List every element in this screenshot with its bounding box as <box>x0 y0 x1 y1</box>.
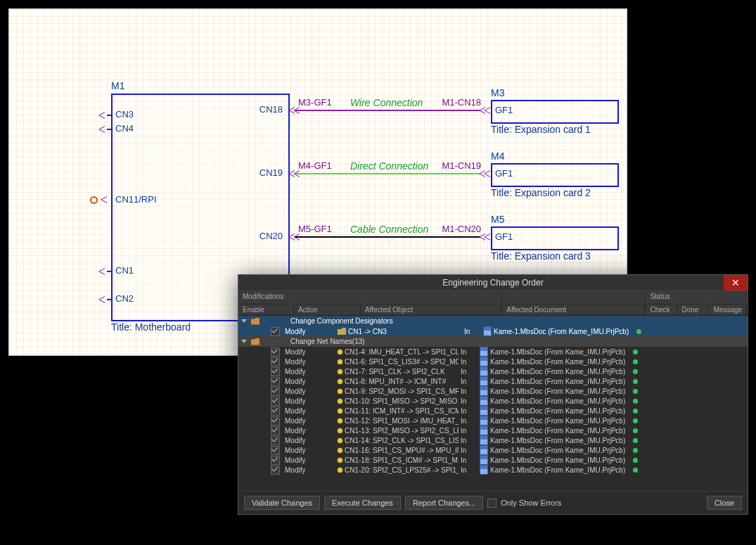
execute-changes-button[interactable]: Execute Changes <box>324 496 401 510</box>
eco-row-6-in: In <box>461 397 478 405</box>
validate-changes-button[interactable]: Validate Changes <box>244 496 320 510</box>
eco-row-13[interactable]: Modify CN1-20: SPI2_CS_LPS25# -> SPI1_MO… <box>238 465 748 475</box>
eco-row-1-enable-checkbox[interactable] <box>271 347 280 357</box>
hdr-enable[interactable]: Enable <box>238 304 294 315</box>
check-ok-icon <box>633 399 638 404</box>
eco-group-1[interactable]: Change Net Names(13) <box>238 336 748 347</box>
eco-row-10-doc: Kame-1.MbsDoc (From Kame_IMU.PrjPcb) <box>490 437 631 444</box>
close-button[interactable]: ✕ <box>724 275 748 290</box>
eco-row-2[interactable]: Modify CN1-6: SPI1_CS_LIS3# -> SPI2_MOSI… <box>238 357 748 366</box>
eco-row-0-in: In <box>464 328 481 335</box>
port-arrow-cn3 <box>98 112 105 119</box>
eco-row-3-enable-checkbox[interactable] <box>271 367 280 376</box>
eco-row-4-in: In <box>461 378 478 385</box>
eco-row-1-action: Modify <box>282 348 335 356</box>
eco-group-0[interactable]: Change Component Designators <box>238 316 748 326</box>
eco-row-0-object: CN1 -> CN3 <box>348 328 462 335</box>
hdr-done[interactable]: Done <box>677 304 709 315</box>
eco-column-headers: Modifications Enable Action Affected Obj… <box>238 291 748 316</box>
eco-row-4[interactable]: Modify CN1-8: MPU_INT# -> ICM_INT# In Ka… <box>238 376 748 386</box>
card-port-m4: GF1 <box>495 169 513 178</box>
eco-row-7-object: CN1-11: ICM_INT# -> SPI1_CS_ICM# <box>345 407 459 415</box>
eco-row-10-action: Modify <box>282 437 335 444</box>
eco-row-2-object: CN1-6: SPI1_CS_LIS3# -> SPI2_MOSI <box>345 358 459 366</box>
wire-from-label-0: M3-GF1 <box>298 98 332 107</box>
card-ref-m5: M5 <box>491 214 504 224</box>
eco-row-9-enable-checkbox[interactable] <box>271 426 280 435</box>
eco-row-13-enable-checkbox[interactable] <box>271 466 280 475</box>
eco-row-10-enable-checkbox[interactable] <box>271 436 280 445</box>
port-tick-cn3 <box>107 115 111 116</box>
eco-titlebar[interactable]: Engineering Change Order ✕ <box>238 275 748 291</box>
net-icon <box>338 350 342 354</box>
close-button-footer[interactable]: Close <box>707 496 742 510</box>
component-icon <box>338 328 346 335</box>
document-icon <box>480 366 488 376</box>
check-ok-icon <box>633 428 638 433</box>
eco-row-0[interactable]: Modify CN1 -> CN3 In Kame-1.MbsDoc (From… <box>238 326 748 336</box>
hdr-affected-object[interactable]: Affected Object <box>361 304 501 315</box>
eco-row-0-enable-checkbox[interactable] <box>271 327 280 336</box>
eco-row-7-enable-checkbox[interactable] <box>271 406 280 416</box>
eco-row-11-in: In <box>461 447 478 454</box>
check-ok-icon <box>633 389 638 394</box>
eco-row-8-enable-checkbox[interactable] <box>271 416 280 425</box>
eco-row-3-doc: Kame-1.MbsDoc (From Kame_IMU.PrjPcb) <box>490 368 631 376</box>
document-icon <box>480 347 488 357</box>
connection-wire-0[interactable] <box>295 110 482 111</box>
hdr-check[interactable]: Check <box>646 304 677 315</box>
eco-row-2-enable-checkbox[interactable] <box>271 357 280 366</box>
port-cn11: CN11/RPI <box>115 195 157 204</box>
eco-row-6[interactable]: Modify CN1-10: SPI1_MISO -> SPI2_MISO In… <box>238 396 748 406</box>
eco-row-1[interactable]: Modify CN1-4: IMU_HEAT_CTL -> SPI1_CLK I… <box>238 347 748 357</box>
eco-row-6-action: Modify <box>282 397 335 405</box>
hdr-action[interactable]: Action <box>294 304 361 315</box>
net-icon <box>338 389 342 394</box>
port-arrow-cn1 <box>98 268 105 275</box>
document-icon <box>480 386 488 396</box>
document-icon <box>480 357 488 366</box>
eco-row-5[interactable]: Modify CN1-9: SPI2_MOSI -> SPI1_CS_MPU# … <box>238 386 748 396</box>
eco-row-7[interactable]: Modify CN1-11: ICM_INT# -> SPI1_CS_ICM# … <box>238 406 748 416</box>
port-cn1: CN1 <box>115 266 134 275</box>
net-icon <box>338 448 342 453</box>
eco-title: Engineering Change Order <box>442 278 543 288</box>
eco-row-5-object: CN1-9: SPI2_MOSI -> SPI1_CS_MPU# <box>345 387 459 395</box>
eco-row-2-doc: Kame-1.MbsDoc (From Kame_IMU.PrjPcb) <box>490 358 631 366</box>
eco-row-12[interactable]: Modify CN1-18: SPI1_CS_ICM# -> SPI1_MISO… <box>238 455 748 465</box>
wire-type-label-0: Wire Connection <box>350 98 423 108</box>
eco-group-1-label: Change Net Names(13) <box>290 338 365 345</box>
eco-row-8-doc: Kame-1.MbsDoc (From Kame_IMU.PrjPcb) <box>490 417 631 425</box>
connection-wire-2[interactable] <box>295 236 482 238</box>
connection-wire-1[interactable] <box>295 173 482 174</box>
hdr-message[interactable]: Message <box>709 304 747 315</box>
report-changes-button[interactable]: Report Changes... <box>405 496 483 510</box>
eco-row-11[interactable]: Modify CN1-16: SPI1_CS_MPU# -> MPU_INT# … <box>238 445 748 455</box>
eco-row-6-enable-checkbox[interactable] <box>271 397 280 406</box>
only-show-errors-checkbox[interactable] <box>487 499 496 508</box>
eco-row-8[interactable]: Modify CN1-12: SPI1_MOSI -> IMU_HEAT_CTL… <box>238 416 748 425</box>
eco-row-4-enable-checkbox[interactable] <box>271 377 280 386</box>
eco-row-13-in: In <box>461 466 478 474</box>
card-port-m5: GF1 <box>495 232 513 241</box>
eco-row-12-enable-checkbox[interactable] <box>271 456 280 465</box>
check-ok-icon <box>633 438 638 443</box>
hdr-affected-document[interactable]: Affected Document <box>502 304 645 315</box>
m1-ref: M1 <box>111 81 124 91</box>
eco-row-10[interactable]: Modify CN1-14: SPI2_CLK -> SPI1_CS_LIS3#… <box>238 435 748 445</box>
eco-row-3[interactable]: Modify CN1-7: SPI1_CLK -> SPI2_CLK In Ka… <box>238 366 748 376</box>
eco-row-12-doc: Kame-1.MbsDoc (From Kame_IMU.PrjPcb) <box>490 456 631 464</box>
eco-row-7-in: In <box>461 407 478 415</box>
eco-row-6-object: CN1-10: SPI1_MISO -> SPI2_MISO <box>345 397 459 405</box>
eco-row-5-enable-checkbox[interactable] <box>271 387 280 396</box>
eco-row-9[interactable]: Modify CN1-13: SPI2_MISO -> SPI2_CS_LPS2… <box>238 425 748 435</box>
wire-type-label-1: Direct Connection <box>350 161 428 171</box>
eco-row-1-object: CN1-4: IMU_HEAT_CTL -> SPI1_CLK <box>345 348 459 356</box>
eco-row-11-action: Modify <box>282 447 335 454</box>
port-cn4: CN4 <box>115 124 134 133</box>
net-icon <box>338 379 342 384</box>
check-ok-icon <box>633 350 638 354</box>
document-icon <box>480 445 488 455</box>
eco-row-2-in: In <box>461 358 478 366</box>
eco-row-11-enable-checkbox[interactable] <box>271 446 280 455</box>
